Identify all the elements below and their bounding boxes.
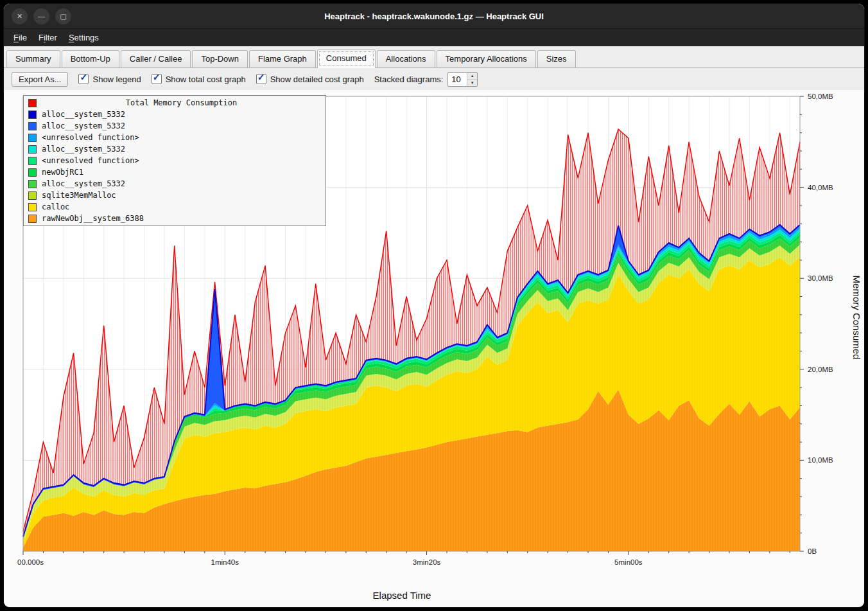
window-title: Heaptrack - heaptrack.wakunode.1.gz — He… <box>324 12 544 21</box>
window-controls: ✕ — ▢ <box>12 4 71 28</box>
x-tick-label: 00.000s <box>17 558 44 566</box>
legend-label: alloc__system_5332 <box>42 179 125 188</box>
menu-file[interactable]: File <box>8 31 33 44</box>
checkmark-icon: ✓ <box>257 72 265 82</box>
legend-swatch <box>28 134 37 142</box>
legend-label: alloc__system_5332 <box>42 110 125 119</box>
legend-swatch <box>28 180 37 188</box>
show-legend-label: Show legend <box>92 75 141 84</box>
show-detailed-cost-label: Show detailed cost graph <box>270 75 364 84</box>
legend-label: rawNewObj__system_6388 <box>42 214 144 223</box>
legend-label: newObjRC1 <box>42 168 83 177</box>
spin-down-icon[interactable]: ▼ <box>467 80 477 86</box>
spin-up-icon[interactable]: ▲ <box>467 73 477 80</box>
title-bar[interactable]: ✕ — ▢ Heaptrack - heaptrack.wakunode.1.g… <box>4 4 864 29</box>
legend-swatch <box>28 191 37 200</box>
show-total-cost-group: ✓ Show total cost graph <box>152 74 246 84</box>
legend-label: sqlite3MemMalloc <box>42 191 116 200</box>
legend-item: calloc <box>24 201 326 213</box>
legend-swatch <box>28 168 37 177</box>
legend-swatch <box>28 111 37 119</box>
legend-swatch <box>28 99 37 107</box>
show-legend-checkbox[interactable]: ✓ <box>78 74 89 84</box>
legend-swatch <box>28 203 37 211</box>
tab-bar: Summary Bottom-Up Caller / Callee Top-Do… <box>4 46 864 68</box>
y-tick-label: 0B <box>808 547 817 555</box>
spinner-buttons: ▲ ▼ <box>467 73 477 86</box>
stacked-diagrams-group: Stacked diagrams: ▲ ▼ <box>374 72 478 87</box>
legend-item: alloc__system_5332 <box>24 143 326 155</box>
close-button[interactable]: ✕ <box>12 8 28 24</box>
maximize-button[interactable]: ▢ <box>55 8 71 24</box>
tab-allocations[interactable]: Allocations <box>377 50 435 67</box>
tab-top-down[interactable]: Top-Down <box>192 50 248 67</box>
legend-label: <unresolved function> <box>42 133 139 142</box>
checkmark-icon: ✓ <box>80 72 87 82</box>
legend-item: <unresolved function> <box>24 132 326 143</box>
legend-label: alloc__system_5332 <box>42 145 125 154</box>
heaptrack-window: ✕ — ▢ Heaptrack - heaptrack.wakunode.1.g… <box>4 4 864 607</box>
stacked-diagrams-label: Stacked diagrams: <box>374 75 444 84</box>
y-tick-label: 20,0MB <box>808 366 833 373</box>
legend-label: alloc__system_5332 <box>42 121 125 130</box>
x-tick-label: 1min40s <box>211 558 239 566</box>
legend-item: alloc__system_5332 <box>24 120 326 132</box>
tab-consumed[interactable]: Consumed <box>317 49 376 68</box>
legend-swatch <box>28 215 37 223</box>
x-axis-title: Elapsed Time <box>4 590 800 601</box>
legend-label: calloc <box>42 202 69 211</box>
legend-swatch <box>28 122 37 130</box>
y-tick-label: 50,0MB <box>808 93 833 100</box>
show-legend-group: ✓ Show legend <box>78 74 141 84</box>
x-tick-label: 3min20s <box>413 558 441 566</box>
legend-title-row: Total Memory Consumption <box>24 97 326 109</box>
stacked-diagrams-input[interactable] <box>448 73 467 86</box>
tab-flame-graph[interactable]: Flame Graph <box>249 50 316 67</box>
toolbar: Export As... ✓ Show legend ✓ Show total … <box>4 68 864 90</box>
y-axis-title: Memory Consumed <box>851 276 862 360</box>
legend-item: <unresolved function> <box>24 155 326 166</box>
tab-caller-callee[interactable]: Caller / Callee <box>121 50 191 67</box>
export-as-button[interactable]: Export As... <box>12 72 68 87</box>
legend-item: alloc__system_5332 <box>24 109 326 120</box>
legend-item: alloc__system_5332 <box>24 178 326 190</box>
menu-bar: File Filter Settings <box>4 29 864 46</box>
chart-area: 00.000s1min40s3min20s5min00s0B10,0MB20,0… <box>4 90 864 607</box>
x-tick-label: 5min00s <box>614 558 643 566</box>
minimize-button[interactable]: — <box>33 8 49 24</box>
show-total-cost-checkbox[interactable]: ✓ <box>152 74 162 84</box>
stacked-diagrams-spinbox[interactable]: ▲ ▼ <box>447 72 478 87</box>
legend-swatch <box>28 157 37 165</box>
legend-label: <unresolved function> <box>42 156 139 165</box>
y-tick-label: 10,0MB <box>808 456 833 464</box>
checkmark-icon: ✓ <box>153 72 161 82</box>
tab-bottom-up[interactable]: Bottom-Up <box>62 50 119 67</box>
legend-item: newObjRC1 <box>24 166 326 178</box>
show-detailed-cost-group: ✓ Show detailed cost graph <box>256 74 364 84</box>
tab-temporary-allocations[interactable]: Temporary Allocations <box>437 50 536 67</box>
tab-sizes[interactable]: Sizes <box>537 50 576 67</box>
chart-legend: Total Memory Consumptionalloc__system_53… <box>23 95 326 226</box>
show-total-cost-label: Show total cost graph <box>166 75 246 84</box>
tab-summary[interactable]: Summary <box>6 50 60 67</box>
legend-item: rawNewObj__system_6388 <box>24 213 326 224</box>
legend-item: sqlite3MemMalloc <box>24 190 326 201</box>
legend-swatch <box>28 145 37 154</box>
legend-title: Total Memory Consumption <box>42 98 321 107</box>
menu-settings[interactable]: Settings <box>63 31 105 44</box>
y-tick-label: 40,0MB <box>808 184 833 191</box>
menu-filter[interactable]: Filter <box>33 31 63 44</box>
show-detailed-cost-checkbox[interactable]: ✓ <box>256 74 266 84</box>
y-tick-label: 30,0MB <box>808 274 833 282</box>
